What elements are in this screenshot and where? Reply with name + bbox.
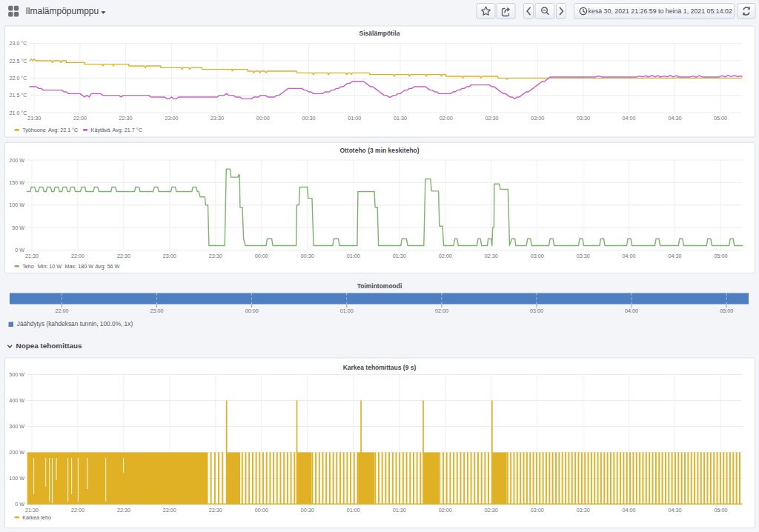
svg-text:22:00: 22:00 (56, 307, 69, 314)
svg-text:00:30: 00:30 (302, 115, 316, 122)
svg-text:01:00: 01:00 (348, 115, 361, 122)
svg-text:03:30: 03:30 (577, 253, 590, 259)
svg-text:00:00: 00:00 (255, 507, 268, 513)
svg-text:200 W: 200 W (9, 449, 24, 456)
svg-text:23:30: 23:30 (209, 253, 222, 259)
svg-text:01:00: 01:00 (347, 253, 360, 259)
svg-text:Työhuone: Työhuone (22, 127, 46, 133)
svg-text:22:30: 22:30 (117, 253, 130, 259)
svg-text:02:00: 02:00 (440, 115, 453, 122)
svg-text:500 W: 500 W (9, 371, 24, 378)
svg-text:03:30: 03:30 (577, 507, 590, 513)
svg-text:01:30: 01:30 (393, 253, 406, 259)
svg-text:05:00: 05:00 (715, 507, 728, 513)
svg-text:300 W: 300 W (9, 423, 24, 430)
svg-text:22:30: 22:30 (117, 507, 130, 513)
svg-text:01:30: 01:30 (394, 115, 407, 122)
svg-text:Max: 180 W: Max: 180 W (65, 263, 94, 270)
svg-text:03:00: 03:00 (531, 115, 544, 122)
svg-text:Käytävä: Käytävä (91, 127, 110, 133)
svg-text:03:30: 03:30 (577, 115, 590, 122)
svg-text:Teho: Teho (22, 263, 34, 270)
svg-text:00:00: 00:00 (245, 307, 259, 314)
svg-text:100 W: 100 W (9, 475, 24, 482)
svg-text:21:30: 21:30 (25, 507, 39, 513)
svg-text:22.5 °C: 22.5 °C (9, 58, 27, 64)
svg-text:22:30: 22:30 (119, 115, 133, 122)
svg-text:Avg: 22.1 °C: Avg: 22.1 °C (48, 127, 78, 133)
svg-text:23:30: 23:30 (211, 115, 224, 122)
svg-text:150 W: 150 W (9, 179, 24, 186)
svg-text:02:30: 02:30 (485, 115, 499, 122)
svg-text:0 W: 0 W (15, 247, 24, 253)
svg-text:22.0 °C: 22.0 °C (9, 75, 27, 82)
svg-text:01:30: 01:30 (393, 507, 406, 513)
svg-text:04:00: 04:00 (623, 115, 636, 122)
svg-text:21:30: 21:30 (27, 115, 41, 122)
svg-text:Toimintomoodi: Toimintomoodi (357, 282, 402, 290)
svg-text:21.0 °C: 21.0 °C (9, 110, 27, 116)
svg-text:04:00: 04:00 (625, 307, 638, 314)
svg-text:Min: 10 W: Min: 10 W (38, 263, 62, 270)
svg-text:02:30: 02:30 (485, 253, 498, 259)
svg-text:100 W: 100 W (9, 202, 24, 208)
svg-text:Nopea tehomittaus: Nopea tehomittaus (16, 342, 82, 350)
svg-text:04:00: 04:00 (623, 253, 636, 259)
svg-text:22:00: 22:00 (73, 115, 87, 122)
svg-text:Sisälämpötila: Sisälämpötila (359, 30, 400, 37)
svg-text:Jäähdytys (kahdeksan tunnin, 1: Jäähdytys (kahdeksan tunnin, 100.0%, 1x) (17, 320, 133, 327)
svg-text:23:00: 23:00 (165, 115, 178, 122)
svg-text:0 W: 0 W (15, 501, 24, 508)
svg-text:05:00: 05:00 (714, 115, 727, 122)
svg-text:04:30: 04:30 (669, 507, 682, 513)
svg-text:03:00: 03:00 (530, 307, 543, 314)
svg-text:Ilmalämpöpumppu: Ilmalämpöpumppu (26, 6, 99, 16)
svg-text:23.0 °C: 23.0 °C (9, 40, 27, 47)
svg-text:02:00: 02:00 (439, 507, 452, 513)
svg-text:00:30: 00:30 (301, 507, 314, 513)
svg-text:Avg: 21.7 °C: Avg: 21.7 °C (113, 127, 142, 133)
svg-text:04:30: 04:30 (669, 253, 682, 259)
svg-text:22:00: 22:00 (71, 253, 84, 259)
svg-text:22:00: 22:00 (71, 507, 84, 513)
svg-text:00:30: 00:30 (301, 253, 314, 259)
svg-text:50 W: 50 W (12, 225, 24, 231)
svg-text:Ottoteho (3 min keskiteho): Ottoteho (3 min keskiteho) (339, 147, 419, 154)
svg-text:Karkea tehomittaus (9 s): Karkea tehomittaus (9 s) (343, 364, 417, 371)
svg-text:Avg: 56 W: Avg: 56 W (95, 263, 119, 270)
svg-text:01:00: 01:00 (347, 507, 360, 513)
svg-text:01:00: 01:00 (340, 307, 354, 314)
svg-text:kesä 30, 2021 21:26:59 to hein: kesä 30, 2021 21:26:59 to heinä 1, 2021 … (589, 7, 732, 15)
svg-text:Karkea teho: Karkea teho (22, 514, 51, 521)
svg-text:23:00: 23:00 (163, 507, 176, 513)
svg-text:05:00: 05:00 (720, 307, 733, 314)
svg-text:02:30: 02:30 (485, 507, 498, 513)
svg-text:21:30: 21:30 (25, 253, 39, 259)
svg-text:02:00: 02:00 (439, 253, 452, 259)
svg-text:03:00: 03:00 (531, 253, 544, 259)
svg-text:00:00: 00:00 (255, 253, 268, 259)
svg-text:03:00: 03:00 (531, 507, 544, 513)
svg-text:21.5 °C: 21.5 °C (9, 92, 27, 99)
svg-text:200 W: 200 W (9, 157, 24, 164)
svg-text:23:30: 23:30 (209, 507, 222, 513)
svg-text:05:00: 05:00 (715, 253, 728, 259)
svg-text:23:00: 23:00 (150, 307, 164, 314)
svg-text:02:00: 02:00 (435, 307, 448, 314)
svg-text:00:00: 00:00 (256, 115, 270, 122)
svg-text:04:30: 04:30 (668, 115, 681, 122)
svg-text:04:00: 04:00 (623, 507, 636, 513)
svg-text:400 W: 400 W (9, 397, 24, 404)
svg-text:23:00: 23:00 (163, 253, 176, 259)
